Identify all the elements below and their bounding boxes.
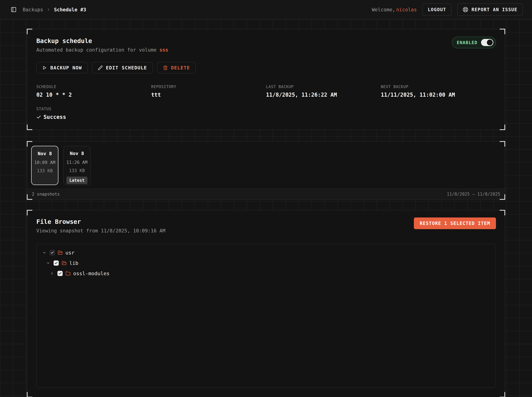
- subtitle-text: Automated backup configuration for volum…: [36, 47, 157, 53]
- edit-schedule-button[interactable]: EDIT SCHEDULE: [92, 62, 153, 74]
- breadcrumb: Backups Schedule #3: [23, 7, 86, 12]
- tree-label: ossl-modules: [73, 271, 109, 276]
- corner-bracket: [27, 194, 32, 200]
- breadcrumb-item-backups[interactable]: Backups: [23, 7, 43, 12]
- field-label: REPOSITORY: [151, 85, 266, 89]
- username: nicolas: [396, 7, 417, 12]
- folder-icon: [66, 271, 71, 276]
- corner-bracket: [27, 392, 32, 397]
- corner-bracket: [500, 194, 505, 200]
- checkbox-usr[interactable]: [50, 250, 55, 255]
- field-value: ttt: [151, 92, 266, 98]
- field-next-backup: NEXT BACKUP 11/11/2025, 11:02:00 AM: [381, 85, 496, 98]
- corner-bracket: [500, 210, 505, 215]
- schedule-fields: SCHEDULE 02 10 * * 2 REPOSITORY ttt LAST…: [36, 85, 496, 98]
- card-subtitle: Automated backup configuration for volum…: [36, 47, 496, 53]
- tree-row-ossl-modules[interactable]: ossl-modules: [40, 268, 492, 279]
- volume-name: sss: [159, 47, 168, 53]
- snapshot-time: 11:26 AM: [64, 160, 90, 165]
- report-issue-label: REPORT AN ISSUE: [471, 7, 517, 12]
- snapshot-count: 2 snapshots: [32, 192, 60, 197]
- corner-bracket: [500, 29, 505, 34]
- latest-badge: Latest: [66, 177, 88, 184]
- field-label: LAST BACKUP: [266, 85, 381, 89]
- panel-left-icon: [11, 7, 17, 12]
- snapshot-size: 133 KB: [64, 168, 90, 173]
- delete-label: DELETE: [171, 65, 190, 71]
- field-repository: REPOSITORY ttt: [151, 85, 266, 98]
- enabled-label: ENABLED: [457, 40, 477, 45]
- tree-label: lib: [69, 260, 78, 266]
- backup-now-label: BACKUP NOW: [50, 65, 82, 71]
- snapshot-date: Nov 8: [32, 151, 58, 156]
- status-value: Success: [36, 114, 496, 120]
- main-content: Backup schedule Automated backup configu…: [0, 19, 532, 397]
- snapshot-card-latest[interactable]: Nov 8 11:26 AM 133 KB Latest: [63, 146, 91, 185]
- play-icon: [42, 65, 47, 70]
- restore-button[interactable]: RESTORE 1 SELECTED ITEM: [414, 217, 496, 229]
- pencil-icon: [98, 65, 103, 70]
- chevron-down-icon[interactable]: [46, 261, 51, 265]
- folder-open-icon: [62, 261, 67, 266]
- checkbox-ossl-modules[interactable]: [57, 271, 63, 276]
- field-last-backup: LAST BACKUP 11/8/2025, 11:26:22 AM: [266, 85, 381, 98]
- file-tree: usr lib: [36, 244, 496, 388]
- backup-schedule-card: Backup schedule Automated backup configu…: [27, 29, 505, 130]
- field-value: 02 10 * * 2: [36, 92, 151, 98]
- snapshots-footer: 2 snapshots 11/8/2025 – 11/8/2025: [27, 189, 505, 199]
- field-label: SCHEDULE: [36, 85, 151, 89]
- welcome-text: Welcome,nicolas: [372, 7, 417, 12]
- chevron-down-icon[interactable]: [42, 251, 47, 255]
- corner-bracket: [27, 210, 32, 215]
- edit-schedule-label: EDIT SCHEDULE: [106, 65, 147, 71]
- backup-now-button[interactable]: BACKUP NOW: [36, 62, 88, 74]
- toggle-knob: [487, 40, 493, 45]
- corner-bracket: [500, 141, 505, 147]
- logout-button[interactable]: LOGOUT: [422, 3, 452, 16]
- field-label: NEXT BACKUP: [381, 85, 496, 89]
- toggle-switch[interactable]: [481, 39, 493, 46]
- corner-bracket: [27, 141, 32, 147]
- snapshot-size: 133 KB: [32, 168, 58, 173]
- snapshots-panel: Nov 8 10:09 AM 133 KB Nov 8 11:26 AM 133…: [27, 141, 505, 200]
- report-issue-button[interactable]: REPORT AN ISSUE: [457, 3, 523, 16]
- topbar-right: Welcome,nicolas LOGOUT REPORT AN ISSUE: [372, 3, 523, 16]
- enabled-toggle[interactable]: ENABLED: [452, 37, 496, 48]
- snapshot-date-range: 11/8/2025 – 11/8/2025: [447, 192, 500, 197]
- file-browser-card: File Browser Viewing snapshot from 11/8/…: [27, 210, 505, 397]
- snapshot-date: Nov 8: [64, 151, 90, 156]
- field-schedule: SCHEDULE 02 10 * * 2: [36, 85, 151, 98]
- check-icon: [36, 115, 41, 119]
- snapshot-card-selected[interactable]: Nov 8 10:09 AM 133 KB: [31, 146, 58, 185]
- card-title: Backup schedule: [36, 37, 496, 44]
- field-status: STATUS Success: [36, 107, 496, 120]
- corner-bracket: [27, 124, 32, 130]
- topbar: Backups Schedule #3 Welcome,nicolas LOGO…: [0, 0, 532, 19]
- breadcrumb-current: Schedule #3: [54, 7, 86, 12]
- field-value: 11/8/2025, 11:26:22 AM: [266, 92, 381, 98]
- corner-bracket: [500, 392, 505, 397]
- chevron-right-icon: [46, 7, 51, 12]
- field-value: 11/11/2025, 11:02:00 AM: [381, 92, 496, 98]
- checkbox-lib[interactable]: [54, 261, 59, 266]
- action-buttons: BACKUP NOW EDIT SCHEDULE DELETE: [36, 62, 496, 74]
- chevron-right-icon[interactable]: [50, 271, 55, 276]
- tree-row-usr[interactable]: usr: [40, 248, 492, 258]
- corner-bracket: [27, 29, 32, 34]
- status-text: Success: [44, 114, 66, 120]
- tree-row-lib[interactable]: lib: [40, 258, 492, 268]
- tree-label: usr: [65, 250, 75, 256]
- field-label: STATUS: [36, 107, 496, 111]
- welcome-prefix: Welcome,: [372, 7, 395, 12]
- sidebar-toggle-button[interactable]: [9, 5, 18, 14]
- snapshot-time: 10:09 AM: [32, 160, 58, 165]
- folder-open-icon: [58, 250, 63, 255]
- trash-icon: [163, 65, 168, 70]
- snapshot-list: Nov 8 10:09 AM 133 KB Nov 8 11:26 AM 133…: [27, 142, 505, 189]
- delete-button[interactable]: DELETE: [157, 62, 196, 74]
- corner-bracket: [500, 124, 505, 130]
- life-buoy-icon: [463, 7, 468, 12]
